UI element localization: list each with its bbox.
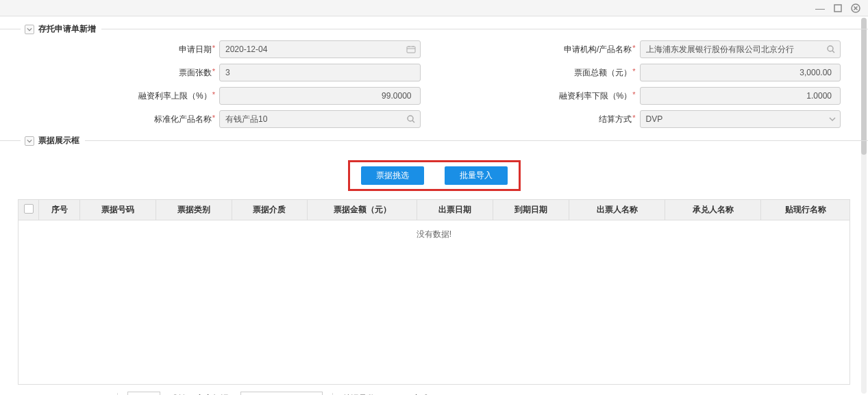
jump-label[interactable]: 跳转: [170, 393, 186, 396]
col-seq: 序号: [39, 200, 80, 220]
input-apply-date[interactable]: 2020-12-04: [219, 40, 421, 58]
svg-rect-0: [834, 5, 841, 12]
select-settle-mode[interactable]: DVP: [640, 110, 841, 128]
action-buttons: 票据挑选 批量导入: [0, 152, 868, 199]
col-discount-bank: 贴现行名称: [761, 200, 850, 220]
scrollbar-thumb[interactable]: [861, 18, 867, 155]
col-bill-type: 票据类别: [156, 200, 232, 220]
title-bar: [0, 0, 868, 16]
no-data-text: 没有数据!: [18, 220, 850, 240]
pick-bills-button[interactable]: 票据挑选: [361, 166, 424, 185]
highlight-input[interactable]: [240, 392, 323, 395]
input-apply-org[interactable]: 上海浦东发展银行股份有限公司北京分行: [640, 40, 841, 58]
page-number-input[interactable]: [127, 392, 160, 395]
search-icon: [407, 115, 416, 124]
col-amount: 票据金额（元）: [308, 200, 417, 220]
label-face-count: 票面张数*: [27, 67, 219, 79]
col-drawer: 出票人名称: [569, 200, 665, 220]
bulk-import-button[interactable]: 批量导入: [445, 166, 508, 185]
label-rate-upper: 融资利率上限（%）*: [27, 90, 219, 102]
status-text: 完成: [412, 393, 429, 396]
window-controls: —: [815, 3, 861, 14]
input-face-count[interactable]: 3: [219, 64, 421, 81]
chevron-down-icon: [829, 116, 836, 123]
table-body: 没有数据!: [18, 220, 850, 385]
section-deposit-request: 存托申请单新增: [0, 23, 868, 35]
pagination-bar: ⏮ ◀ 1/1 ▶ ⏭ 跳转 高亮标记: 总记录数:0 完成: [18, 389, 850, 395]
label-std-product: 标准化产品名称*: [27, 114, 219, 125]
minimize-icon[interactable]: —: [815, 3, 826, 14]
col-bill-medium: 票据介质: [232, 200, 308, 220]
col-due-date: 到期日期: [493, 200, 569, 220]
collapse-toggle-icon[interactable]: [25, 136, 34, 146]
total-records: 总记录数:0: [343, 393, 382, 396]
svg-rect-2: [407, 47, 415, 53]
input-face-total[interactable]: 3,000.00: [640, 64, 841, 81]
svg-point-4: [408, 116, 413, 121]
col-bill-no: 票据号码: [80, 200, 156, 220]
label-settle-mode: 结算方式*: [448, 114, 640, 125]
label-apply-org: 申请机构/产品名称*: [448, 44, 640, 55]
label-apply-date: 申请日期*: [27, 44, 219, 55]
highlight-annotation: 票据挑选 批量导入: [348, 160, 521, 191]
highlight-label: 高亮标记:: [196, 393, 231, 396]
form-grid: 申请日期* 2020-12-04 申请机构/产品名称* 上海浦东发展银行股份有限…: [0, 40, 868, 128]
section-title: 票据展示框: [38, 135, 79, 146]
header-checkbox[interactable]: [18, 200, 39, 220]
col-issue-date: 出票日期: [417, 200, 493, 220]
maximize-icon[interactable]: [832, 3, 843, 14]
section-title: 存托申请单新增: [38, 23, 96, 35]
calendar-icon: [406, 45, 416, 53]
section-bill-display: 票据展示框: [0, 135, 868, 146]
col-acceptor: 承兑人名称: [665, 200, 761, 220]
svg-point-3: [828, 46, 833, 51]
collapse-toggle-icon[interactable]: [25, 25, 34, 34]
close-icon[interactable]: [850, 3, 861, 14]
input-rate-upper[interactable]: 99.0000: [219, 87, 421, 105]
input-rate-lower[interactable]: 1.0000: [640, 87, 841, 105]
bill-table: 序号 票据号码 票据类别 票据介质 票据金额（元） 出票日期 到期日期 出票人名…: [18, 199, 850, 385]
search-icon: [827, 45, 836, 54]
label-face-total: 票面总额（元）*: [448, 67, 640, 79]
vertical-scrollbar[interactable]: [861, 18, 867, 394]
label-rate-lower: 融资利率下限（%）*: [448, 90, 640, 102]
input-std-product[interactable]: 有钱产品10: [219, 110, 421, 128]
